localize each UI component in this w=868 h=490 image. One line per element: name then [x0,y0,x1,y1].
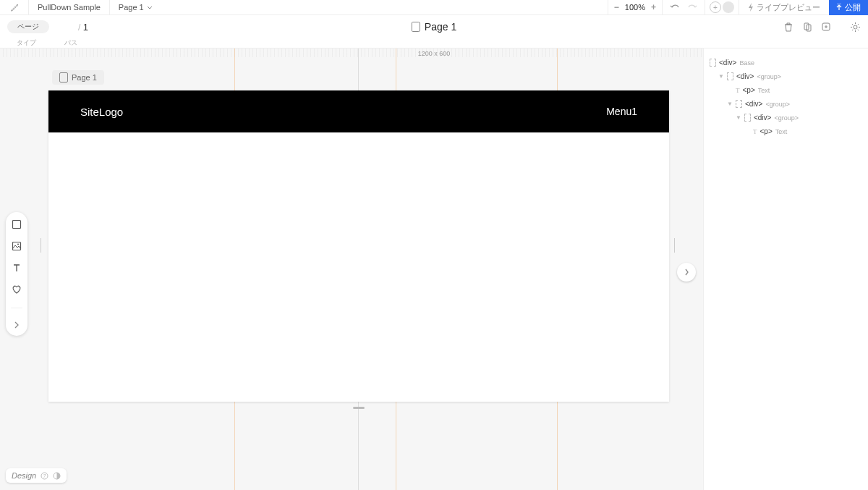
tree-row[interactable]: ▼ <div> <group> [710,111,862,124]
expand-panel-button[interactable] [677,263,696,282]
ruler-horizontal [0,48,702,57]
text-icon: T [736,87,740,94]
margin-guide-right [674,238,675,253]
meta-row: タイプ パス [0,38,868,48]
edit-icon[interactable] [0,0,29,15]
help-icon[interactable]: ? [41,472,48,480]
image-tool-icon[interactable] [12,241,22,251]
tree-tag: <div> [719,59,736,67]
theme-icon[interactable] [53,472,61,480]
redo-icon[interactable] [687,4,697,11]
tree-label: Text [758,87,770,94]
text-icon: T [753,128,757,135]
brand-label: Design [12,471,36,480]
svg-rect-4 [13,221,21,229]
chevron-right-icon [684,269,689,276]
publish-label: 公開 [845,2,861,13]
pages-pill[interactable]: ページ [7,20,49,33]
trash-icon[interactable] [783,22,793,32]
user-controls: + [705,0,739,15]
second-bar: ページ / 1 Page 1 [0,15,868,38]
add-page-icon[interactable] [821,22,831,32]
rectangle-tool-icon[interactable] [12,219,22,229]
page-title-text: Page 1 [425,21,456,33]
tree-label: <group> [765,101,790,108]
element-icon [710,59,716,67]
tree-row[interactable]: <div> Base [710,56,862,69]
undo-icon[interactable] [670,4,680,11]
project-name[interactable]: PullDown Sample [29,0,110,15]
page-path-number: 1 [83,22,88,33]
topbar-right: − 100% + + ライブプレビュー 公開 [608,0,868,15]
page-path: / 1 [78,22,88,33]
left-toolbar [6,212,27,336]
avatar[interactable] [723,1,734,13]
history-controls [662,0,705,15]
live-preview-label: ライブプレビュー [757,2,820,13]
page-chip[interactable]: Page 1 [52,70,104,85]
element-icon [727,72,733,80]
svg-point-3 [854,25,857,29]
top-bar: PullDown Sample Page 1 − 100% + + ライブプレビ… [0,0,868,15]
margin-guide-left [41,238,41,253]
tree-row[interactable]: ▼ <div> <group> [710,97,862,111]
svg-rect-5 [13,242,21,250]
heart-tool-icon[interactable] [12,284,22,295]
zoom-controls: − 100% + [608,0,662,15]
tree-label: <group> [757,73,781,80]
zoom-in-button[interactable]: + [651,2,656,12]
gear-icon[interactable] [850,22,861,33]
tree-label: Text [775,128,788,135]
publish-button[interactable]: 公開 [829,0,868,15]
meta-path-label: パス [45,38,97,48]
tree-tag: <div> [754,114,771,122]
element-icon [744,114,751,122]
menu-item-1[interactable]: Menu1 [606,106,637,117]
tree-tag: <div> [745,100,762,108]
tree-row[interactable]: T <p> Text [710,124,862,138]
tree-row[interactable]: ▼ <div> <group> [710,69,862,83]
page-title: Page 1 [412,21,456,33]
site-logo[interactable]: SiteLogo [80,106,123,118]
tree-label: Base [739,59,754,67]
tree-tag: <p> [743,86,755,94]
text-tool-icon[interactable] [12,263,22,273]
chevron-down-icon [147,6,153,9]
page-chip-label: Page 1 [72,73,97,82]
live-preview-button[interactable]: ライブプレビュー [739,0,829,15]
tree-tag: <div> [736,72,754,80]
meta-type-label: タイプ [7,38,45,48]
brand-badge[interactable]: Design ? [6,468,67,483]
bolt-icon [748,3,754,12]
site-header: SiteLogo Menu1 [48,90,669,132]
tree-tag: <p> [760,127,773,135]
tree-label: <group> [774,114,799,122]
page-selector-label: Page 1 [119,3,144,12]
chevron-right-icon[interactable] [14,321,20,329]
collapse-icon[interactable]: ▼ [718,73,724,80]
page-icon [412,22,420,32]
resize-handle[interactable] [353,407,365,409]
page-icon [59,72,68,83]
collapse-icon[interactable]: ▼ [736,114,741,121]
copy-icon[interactable] [802,22,812,32]
artboard[interactable]: SiteLogo Menu1 [48,90,669,402]
zoom-out-button[interactable]: − [614,2,619,12]
page-selector[interactable]: Page 1 [110,3,161,12]
dom-tree-panel: <div> Base ▼ <div> <group> T <p> Text ▼ … [703,48,868,490]
publish-icon [836,4,842,11]
add-user-button[interactable]: + [710,1,721,13]
canvas-dimensions: 1200 x 600 [418,50,451,57]
svg-point-6 [17,244,19,245]
zoom-level: 100% [625,3,645,12]
element-icon [736,100,742,108]
svg-text:?: ? [43,473,46,478]
tree-row[interactable]: T <p> Text [710,83,862,97]
topbar-left: PullDown Sample Page 1 [0,0,161,15]
collapse-icon[interactable]: ▼ [727,101,733,107]
